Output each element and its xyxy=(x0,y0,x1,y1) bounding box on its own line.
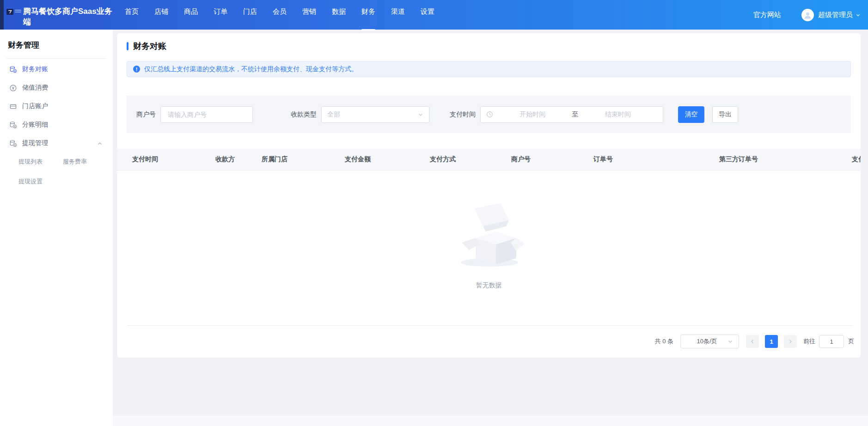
main-nav: 首页 店铺 商品 订单 门店 会员 营销 数据 财务 渠道 设置 xyxy=(125,0,434,33)
payment-type-label: 收款类型 xyxy=(291,110,317,119)
pagination: 共 0 条 10条/页 1 前往 页 xyxy=(655,335,854,348)
alert-text: 仅汇总线上支付渠道的交易流水，不统计使用余额支付、现金支付等方式。 xyxy=(144,65,358,73)
sidebar-subitem-service-rate[interactable]: 服务费率 xyxy=(63,156,107,167)
sidebar-item-label: 分账明细 xyxy=(22,121,48,129)
merchant-label: 商户号 xyxy=(136,110,156,119)
empty-state: 暂无数据 xyxy=(117,201,861,290)
chevron-right-icon xyxy=(788,339,793,344)
sidebar-divider xyxy=(6,58,106,59)
prev-page-button[interactable] xyxy=(746,335,759,348)
filter-bar: 商户号 收款类型 全部 支付时间 开始时间 至 结束时间 清空 导出 xyxy=(127,96,851,133)
sidebar-item-split-detail[interactable]: 分账明细 xyxy=(0,116,113,134)
range-separator: 至 xyxy=(572,110,579,119)
nav-item-home[interactable]: 首页 xyxy=(125,0,139,33)
coins-icon xyxy=(9,66,17,73)
goto-page-input[interactable] xyxy=(819,335,844,348)
col-third-party-order-id: 第三方订单号 xyxy=(719,155,852,164)
total-count: 共 0 条 xyxy=(655,337,673,346)
merchant-input[interactable] xyxy=(160,106,253,123)
end-time-placeholder[interactable]: 结束时间 xyxy=(579,110,658,119)
chevron-down-icon xyxy=(856,12,861,18)
navbar-right: 官方网站 超级管理员 xyxy=(753,9,868,21)
brand-title: 腾马餐饮多商户Saas业务端 xyxy=(23,6,114,27)
sidebar-menu: 财务对账 储值消费 门店账户 xyxy=(0,60,113,187)
sidebar-submenu: 提现列表 服务费率 提现设置 xyxy=(18,156,113,187)
nav-item-stores[interactable]: 门店 xyxy=(243,0,257,33)
user-name: 超级管理员 xyxy=(818,11,853,19)
nav-item-marketing[interactable]: 营销 xyxy=(302,0,316,33)
info-icon: ! xyxy=(133,66,140,73)
official-site-link[interactable]: 官方网站 xyxy=(753,11,781,19)
col-payment-clipped: 支付 xyxy=(852,155,861,164)
page-1-button[interactable]: 1 xyxy=(765,335,778,348)
col-payment-method: 支付方式 xyxy=(430,155,511,164)
sidebar-item-store-account[interactable]: 门店账户 xyxy=(0,97,113,116)
page-unit-label: 页 xyxy=(848,337,854,346)
page-size-value: 10条/页 xyxy=(686,337,727,346)
card-icon xyxy=(9,103,17,110)
content-card: 财务对账 ! 仅汇总线上支付渠道的交易流水，不统计使用余额支付、现金支付等方式。… xyxy=(117,33,861,358)
export-button[interactable]: 导出 xyxy=(712,106,738,123)
nav-item-orders[interactable]: 订单 xyxy=(214,0,227,33)
sidebar-item-withdraw-management[interactable]: 提现管理 xyxy=(0,134,113,152)
sidebar-title: 财务管理 xyxy=(8,40,113,50)
empty-box-illustration xyxy=(451,201,527,270)
info-alert: ! 仅汇总线上支付渠道的交易流水，不统计使用余额支付、现金支付等方式。 xyxy=(127,61,851,77)
avatar xyxy=(801,9,814,21)
brand: 腾马餐饮多商户Saas业务端 xyxy=(6,2,114,27)
nav-item-settings[interactable]: 设置 xyxy=(421,0,434,33)
col-payment-time: 支付时间 xyxy=(117,155,215,164)
bottom-band xyxy=(113,416,868,426)
col-store: 所属门店 xyxy=(262,155,345,164)
sidebar-item-label: 财务对账 xyxy=(22,65,48,73)
page-size-select[interactable]: 10条/页 xyxy=(680,335,739,348)
nav-item-members[interactable]: 会员 xyxy=(273,0,287,33)
nav-item-channel[interactable]: 渠道 xyxy=(391,0,405,33)
goto-label: 前往 xyxy=(803,337,815,346)
sidebar-item-label: 门店账户 xyxy=(22,102,48,110)
screen: 腾马餐饮多商户Saas业务端 首页 店铺 商品 订单 门店 会员 营销 数据 财… xyxy=(0,0,868,426)
sidebar-subitem-withdraw-list[interactable]: 提现列表 xyxy=(18,156,63,167)
navbar-dark-edge xyxy=(0,0,4,30)
yuan-circle-icon xyxy=(9,84,17,92)
sidebar-item-reconciliation[interactable]: 财务对账 xyxy=(0,60,113,79)
sidebar: 财务管理 财务对账 xyxy=(0,30,113,426)
person-icon xyxy=(803,11,812,19)
tilted-top-box xyxy=(475,203,509,231)
col-merchant-id: 商户号 xyxy=(511,155,593,164)
pagination-divider xyxy=(127,325,853,326)
chevron-up-icon[interactable] xyxy=(97,140,103,148)
page-title: 财务对账 xyxy=(127,41,861,52)
sidebar-item-stored-value[interactable]: 储值消费 xyxy=(0,79,113,97)
page-title-text: 财务对账 xyxy=(133,41,166,52)
coins-icon xyxy=(9,140,17,147)
nav-item-goods[interactable]: 商品 xyxy=(184,0,198,33)
nav-item-finance[interactable]: 财务 xyxy=(361,0,375,33)
top-navbar: 腾马餐饮多商户Saas业务端 首页 店铺 商品 订单 门店 会员 营销 数据 财… xyxy=(0,0,868,30)
empty-text: 暂无数据 xyxy=(476,281,502,290)
chevron-left-icon xyxy=(750,339,755,344)
nav-item-shop[interactable]: 店铺 xyxy=(154,0,168,33)
clock-icon xyxy=(486,111,493,118)
brand-logo-icon xyxy=(6,9,13,15)
sidebar-subitem-withdraw-settings[interactable]: 提现设置 xyxy=(18,176,63,187)
payment-type-value: 全部 xyxy=(327,110,340,119)
col-amount: 支付金额 xyxy=(345,155,430,164)
start-time-placeholder[interactable]: 开始时间 xyxy=(493,110,572,119)
sidebar-item-label: 提现管理 xyxy=(22,139,48,147)
user-menu[interactable]: 超级管理员 xyxy=(801,9,861,21)
coins-icon xyxy=(9,121,17,129)
col-payee: 收款方 xyxy=(215,155,262,164)
brand-logo-subtext xyxy=(15,10,21,13)
payment-type-select[interactable]: 全部 xyxy=(321,106,429,123)
payment-time-label: 支付时间 xyxy=(450,110,476,119)
nav-item-data[interactable]: 数据 xyxy=(332,0,346,33)
payment-time-range-picker[interactable]: 开始时间 至 结束时间 xyxy=(480,106,663,123)
sidebar-item-label: 储值消费 xyxy=(22,84,48,92)
next-page-button[interactable] xyxy=(784,335,797,348)
clear-button[interactable]: 清空 xyxy=(678,106,704,123)
chevron-down-icon xyxy=(418,112,423,117)
title-accent-bar xyxy=(127,42,128,50)
table-header: 支付时间 收款方 所属门店 支付金额 支付方式 商户号 订单号 第三方订单号 支… xyxy=(117,149,861,170)
col-order-id: 订单号 xyxy=(593,155,719,164)
